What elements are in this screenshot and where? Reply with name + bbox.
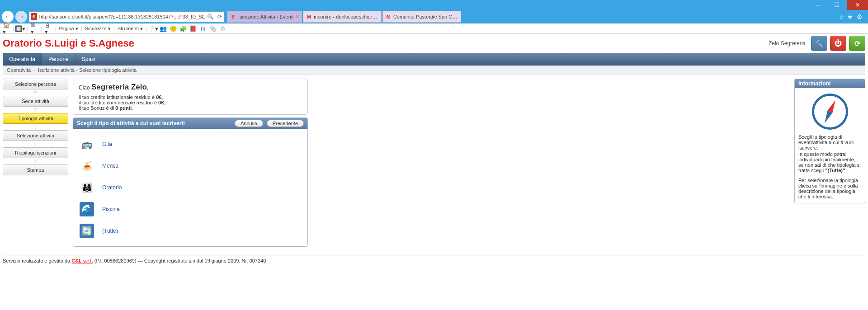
- activity-type-item[interactable]: 🚌Gita: [78, 133, 303, 155]
- tab-label: Comunita Pastorale San Carlo ...: [393, 14, 458, 19]
- compass-icon: [812, 94, 848, 130]
- tools-menu[interactable]: Strumenti ▾: [118, 26, 143, 32]
- url-input[interactable]: [38, 12, 206, 22]
- refresh-button[interactable]: ⟳: [849, 36, 865, 51]
- toolbar-icon-2[interactable]: 🙂: [170, 25, 177, 32]
- chevron-right-icon: ›: [33, 67, 35, 73]
- main-menu: OperativitàPersoneSpazi: [3, 53, 865, 66]
- address-bar[interactable]: S 🔍 ⟳: [29, 11, 224, 22]
- browser-tab[interactable]: Mincontro - donlucapeschiera@...: [303, 11, 382, 23]
- logout-button[interactable]: ⏻: [830, 36, 846, 51]
- tab-favicon-icon: M: [386, 14, 391, 20]
- power-icon: ⏻: [835, 39, 842, 47]
- activity-label: Piscina: [102, 206, 120, 212]
- toolbar-icon-6[interactable]: 📎: [209, 25, 217, 32]
- toolbar-icon-4[interactable]: 📕: [189, 25, 197, 32]
- previous-button[interactable]: Precedente: [267, 120, 304, 127]
- print-icon[interactable]: 🖨▾: [45, 25, 52, 32]
- tab-label: incontro - donlucapeschiera@...: [314, 14, 378, 19]
- toolbar-icon-3[interactable]: 🧩: [179, 25, 187, 32]
- activity-label: Mensa: [102, 163, 118, 169]
- activity-icon: 🚌: [80, 137, 94, 151]
- page-menu[interactable]: Pagina ▾: [58, 26, 78, 32]
- toolbar-icon-5[interactable]: N: [199, 25, 207, 32]
- menu-item-operatività[interactable]: Operatività: [3, 53, 42, 66]
- greeting-box: Ciao Segreteria Zelo, il tuo credito ist…: [73, 79, 308, 115]
- wizard-step-button[interactable]: Sede attività: [3, 96, 68, 107]
- wizard-step-button[interactable]: Selezione persona: [3, 79, 68, 89]
- info-text-1: Scegli la tipologia di eventi/attività a…: [798, 134, 861, 150]
- wizard-step-button[interactable]: Tipologia attività: [3, 113, 68, 124]
- mail-icon[interactable]: ✉▾: [31, 25, 38, 32]
- cancel-button[interactable]: Annulla: [235, 120, 263, 127]
- refresh-icon[interactable]: ⟳: [215, 12, 224, 22]
- site-favicon-icon: S: [31, 13, 37, 20]
- help-icon[interactable]: ❔▾: [150, 25, 157, 32]
- panel-title: Scegli il tipo di attività a cui vuoi is…: [77, 120, 231, 127]
- activity-type-panel: Scegli il tipo di attività a cui vuoi is…: [73, 117, 308, 247]
- toolbar-icon-7[interactable]: ⚙: [219, 25, 226, 32]
- activity-icon: 🌊: [80, 202, 94, 216]
- forward-button[interactable]: →: [15, 11, 27, 23]
- settings-button[interactable]: 🔧: [811, 36, 827, 51]
- credit-institutional: il tuo credito istituzionale residuo è 0…: [79, 94, 302, 100]
- wizard-steps-sidebar: Selezione persona▽Sede attività▽Tipologi…: [3, 79, 68, 175]
- breadcrumb-current: Iscrizione attività - Selezione tipologi…: [38, 67, 137, 73]
- toolbar-icon-1[interactable]: 👥: [160, 25, 167, 32]
- activity-type-item[interactable]: 👨‍👩‍👧Oratorio: [78, 177, 303, 198]
- info-text-3: Per selezionare la tipologia clicca sull…: [798, 178, 861, 199]
- ie-command-bar: 🏠▾| 🔲▾| ✉▾| 🖨▾| Pagina ▾| Sicurezza ▾| S…: [0, 23, 868, 34]
- feeds-icon[interactable]: 🔲▾: [17, 25, 24, 32]
- footer: Servizio realizzato e gestito da C&L s.r…: [3, 255, 865, 272]
- cycle-icon: ⟳: [854, 39, 860, 48]
- home-icon[interactable]: 🏠▾: [3, 25, 10, 32]
- current-user-label: Zelo Segreteria: [769, 40, 806, 47]
- info-panel-title: Informazioni: [795, 79, 865, 88]
- window-close-button[interactable]: ✕: [847, 0, 868, 10]
- wizard-step-button[interactable]: Riepilogo iscrizioni: [3, 147, 68, 158]
- activity-label: Gita: [102, 141, 112, 147]
- info-panel: Informazioni Scegli la tipologia di even…: [794, 79, 865, 203]
- activity-type-item[interactable]: 🌊Piscina: [78, 198, 303, 220]
- wrench-icon: 🔧: [815, 39, 824, 48]
- activity-label: Oratorio: [102, 184, 122, 191]
- activity-icon: 🔄: [80, 224, 94, 238]
- back-button[interactable]: ←: [2, 11, 14, 23]
- chevron-down-icon: ▽: [3, 108, 68, 112]
- footer-vendor-link[interactable]: C&L s.r.l.: [71, 258, 93, 263]
- browser-tab[interactable]: SIscrizione Attività - Eventi×: [227, 11, 302, 23]
- safety-menu[interactable]: Sicurezza ▾: [85, 26, 111, 32]
- chevron-down-icon: ▽: [3, 159, 68, 164]
- activity-icon: 👨‍👩‍👧: [80, 180, 94, 195]
- chevron-down-icon: ▽: [3, 125, 68, 129]
- favorite-icon[interactable]: ★: [847, 13, 853, 20]
- menu-item-spazi[interactable]: Spazi: [75, 53, 102, 66]
- chevron-down-icon: ▽: [3, 90, 68, 95]
- tab-label: Iscrizione Attività - Eventi: [238, 14, 293, 19]
- menu-item-persone[interactable]: Persone: [42, 53, 75, 66]
- window-restore-button[interactable]: ❐: [829, 0, 844, 10]
- home-icon[interactable]: ⌂: [840, 13, 844, 20]
- credit-bonus: il tuo Bonus è di 0 punti.: [79, 105, 302, 111]
- site-title: Oratorio S.Luigi e S.Agnese: [3, 38, 134, 49]
- search-dropdown-icon[interactable]: 🔍: [206, 12, 215, 22]
- wizard-step-button[interactable]: Selezione attività: [3, 130, 68, 141]
- close-icon[interactable]: ×: [296, 14, 299, 20]
- activity-label: (Tutte): [102, 228, 118, 234]
- tools-icon[interactable]: ⚙: [857, 13, 863, 20]
- browser-tab[interactable]: MComunita Pastorale San Carlo ...: [382, 11, 461, 23]
- greeting-name: Segreteria Zelo: [91, 83, 147, 91]
- activity-type-item[interactable]: 🔄(Tutte): [78, 220, 303, 242]
- wizard-step-button[interactable]: Stampa: [3, 164, 68, 175]
- greeting-ciao: Ciao: [79, 85, 90, 91]
- activity-icon: 🍝: [80, 159, 94, 173]
- breadcrumb-root[interactable]: Operatività: [7, 67, 31, 73]
- credit-commercial: il tuo credito commerciale residuo è 0€,: [79, 100, 302, 105]
- breadcrumb: Operatività › Iscrizione attività - Sele…: [3, 66, 865, 75]
- chevron-down-icon: ▽: [3, 142, 68, 146]
- window-minimize-button[interactable]: —: [811, 0, 826, 10]
- activity-type-item[interactable]: 🍝Mensa: [78, 155, 303, 177]
- info-text-2: In questo modo potrai individuarli più f…: [798, 151, 861, 173]
- tab-favicon-icon: S: [230, 14, 236, 20]
- tab-favicon-icon: M: [306, 14, 311, 20]
